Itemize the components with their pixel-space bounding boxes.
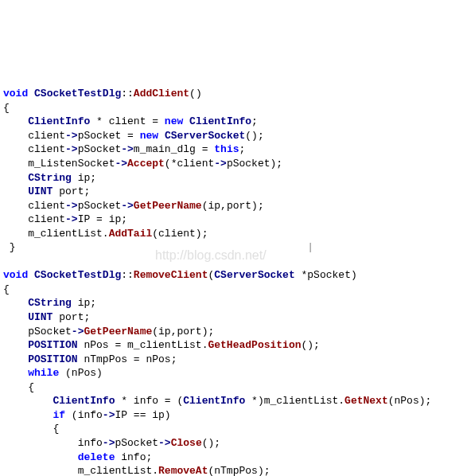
- type: ClientInfo: [28, 115, 90, 127]
- code-text: (info: [65, 409, 103, 421]
- method-name: RemoveAt: [158, 465, 208, 476]
- type: CServerSocket: [214, 269, 294, 281]
- code-text: nTmpPos = nPos;: [78, 353, 177, 365]
- method-name: AddTail: [109, 228, 153, 240]
- scope-op: ::: [121, 269, 134, 281]
- code-text: m_ListenSocket: [28, 158, 115, 170]
- arrow-op: ->: [65, 130, 78, 142]
- arrow-op: ->: [158, 437, 171, 449]
- code-text: * client =: [90, 115, 165, 127]
- code-text: nPos = m_clientList.: [78, 339, 208, 351]
- method-name: GetPeerName: [134, 200, 202, 212]
- code-text: pSocket: [115, 437, 158, 449]
- code-text: ();: [202, 437, 220, 449]
- keyword-new: new: [165, 115, 183, 127]
- code-text: ();: [245, 130, 263, 142]
- type: ClientInfo: [183, 395, 245, 407]
- code-text: client: [28, 143, 65, 155]
- type: CString: [28, 297, 72, 309]
- code-text: IP = ip;: [78, 213, 127, 225]
- keyword-void: void: [3, 269, 28, 281]
- code-text: ;: [251, 115, 258, 127]
- arrow-op: ->: [65, 143, 78, 155]
- code-text: (ip,port);: [202, 200, 264, 212]
- cursor-icon: |: [307, 241, 313, 253]
- code-text: port;: [53, 185, 90, 197]
- code-text: (nPos);: [388, 395, 432, 407]
- code-text: client: [28, 200, 65, 212]
- parens: (): [189, 88, 202, 99]
- code-text: m_main_dlg =: [134, 143, 214, 155]
- arrow-op: ->: [115, 158, 127, 170]
- arrow-op: ->: [121, 143, 134, 155]
- code-text: ();: [302, 339, 320, 351]
- function-name: RemoveClient: [134, 269, 208, 281]
- code-text: (*client: [165, 158, 214, 170]
- arrow-op: ->: [121, 200, 134, 212]
- arrow-op: ->: [65, 213, 78, 225]
- type: ClientInfo: [189, 115, 251, 127]
- brace-open: {: [3, 102, 10, 114]
- keyword-new: new: [140, 130, 158, 142]
- code-text: [158, 130, 165, 142]
- code-text: (nPos): [59, 367, 103, 379]
- code-text: ip;: [72, 172, 96, 184]
- type: CString: [28, 172, 72, 184]
- code-text: IP == ip): [115, 409, 170, 421]
- arrow-op: ->: [103, 437, 115, 449]
- type: POSITION: [28, 339, 77, 351]
- keyword-delete: delete: [78, 451, 115, 463]
- function-name: AddClient: [134, 88, 189, 99]
- arrow-op: ->: [214, 158, 227, 170]
- code-text: ;: [239, 143, 246, 155]
- code-text: [183, 115, 189, 127]
- code-block: void CSocketTestDlg::AddClient() { Clien…: [3, 87, 464, 476]
- arrow-op: ->: [72, 326, 84, 337]
- code-text: pSocket: [78, 143, 122, 155]
- keyword-if: if: [53, 409, 65, 421]
- keyword-this: this: [214, 143, 239, 155]
- code-text: (nTmpPos);: [208, 465, 270, 476]
- brace-open: {: [53, 423, 59, 435]
- keyword-while: while: [28, 367, 59, 379]
- code-text: *pSocket): [295, 269, 357, 281]
- method-name: GetNext: [344, 395, 388, 407]
- arrow-op: ->: [103, 409, 115, 421]
- brace-open: {: [28, 381, 34, 393]
- code-text: ip;: [72, 297, 96, 309]
- class-name: CSocketTestDlg: [34, 88, 121, 99]
- code-text: (client);: [152, 228, 208, 240]
- keyword-void: void: [3, 88, 28, 99]
- code-text: pSocket =: [78, 130, 140, 142]
- type: UINT: [28, 185, 53, 197]
- method-name: Close: [171, 437, 202, 449]
- scope-op: ::: [121, 88, 134, 99]
- class-name: CSocketTestDlg: [34, 269, 121, 281]
- code-text: client: [28, 130, 65, 142]
- code-text: pSocket: [78, 200, 122, 212]
- code-text: (ip,port);: [152, 326, 214, 337]
- type: UINT: [28, 311, 53, 323]
- code-text: info;: [115, 451, 152, 463]
- code-text: * info = (: [115, 395, 183, 407]
- code-text: m_clientList.: [78, 465, 158, 476]
- code-text: pSocket);: [227, 158, 282, 170]
- code-text: *)m_clientList.: [245, 395, 344, 407]
- method-name: Accept: [127, 158, 165, 170]
- arrow-op: ->: [65, 200, 78, 212]
- method-name: GetPeerName: [84, 326, 152, 337]
- code-text: pSocket: [28, 326, 72, 337]
- type: CServerSocket: [165, 130, 245, 142]
- code-text: client: [28, 213, 65, 225]
- brace-close: }: [10, 241, 16, 253]
- code-text: info: [78, 437, 103, 449]
- code-text: port;: [53, 311, 90, 323]
- brace-open: {: [3, 283, 10, 295]
- type: POSITION: [28, 353, 77, 365]
- type: ClientInfo: [53, 395, 115, 407]
- code-text: m_clientList.: [28, 228, 108, 240]
- method-name: GetHeadPosition: [208, 339, 301, 351]
